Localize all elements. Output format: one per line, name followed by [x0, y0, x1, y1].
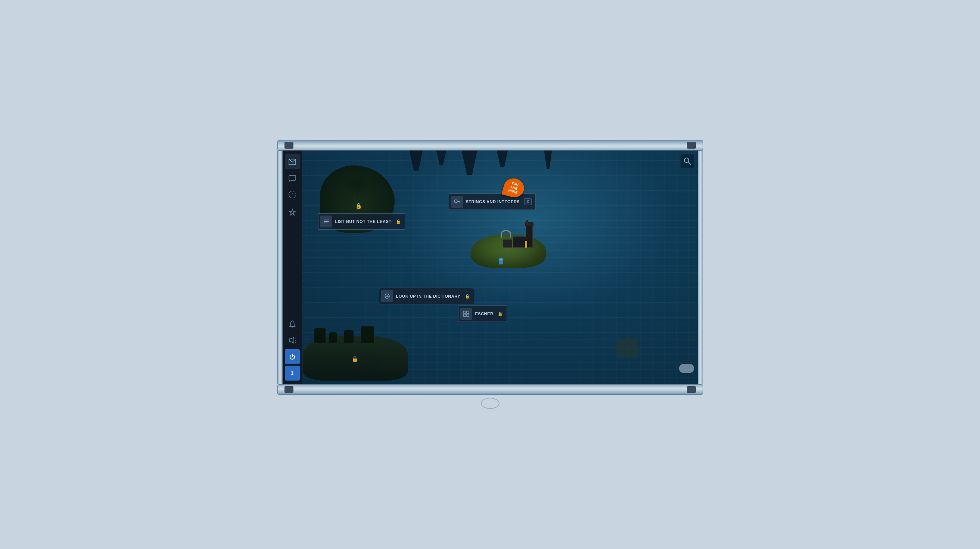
character-head [499, 258, 503, 261]
mail-svg-icon [289, 159, 296, 165]
lock-icon-bottom-center: 🔒 [352, 356, 358, 362]
svg-rect-5 [324, 221, 329, 222]
sidebar-icon-announcements[interactable] [285, 333, 300, 348]
puzzle-svg [614, 336, 644, 362]
map-label-escher[interactable]: ESCHER 🔒 [458, 306, 508, 322]
ruin-column-4 [361, 326, 374, 343]
ruin-column-2 [329, 332, 337, 343]
tower-top [526, 220, 528, 224]
map-label-look-up-dictionary[interactable]: LOOK UP IN THE DICTIONARY 🔒 [379, 288, 474, 304]
sidebar: i [283, 151, 302, 384]
list-icon [320, 215, 332, 228]
stalactite-4 [493, 151, 512, 167]
info-circle: i [289, 191, 296, 198]
satellite-dish [501, 230, 511, 237]
building-stairs [525, 241, 527, 248]
building-block-1 [513, 236, 526, 248]
cloud-bottom-right [679, 364, 694, 373]
svg-rect-4 [324, 220, 329, 220]
stalactite-3 [457, 151, 483, 175]
sidebar-icon-mail[interactable] [285, 154, 300, 169]
screen-content: 🔒 🔒 [283, 151, 698, 384]
sidebar-icon-info[interactable]: i [285, 187, 300, 202]
ocean-background: 🔒 🔒 [283, 151, 698, 384]
strings-count-badge: 0 [524, 198, 531, 205]
character-body [499, 261, 503, 264]
svg-marker-15 [290, 209, 295, 215]
stalactite-2 [433, 151, 450, 165]
ruin-column-3 [344, 330, 353, 343]
strings-icon [451, 196, 463, 208]
projector-stand [481, 398, 500, 409]
sidebar-icon-power[interactable] [285, 349, 300, 364]
svg-marker-18 [290, 337, 294, 343]
svg-rect-12 [467, 311, 469, 313]
sidebar-icon-notifications[interactable] [285, 316, 300, 331]
sidebar-icon-level-one[interactable]: 1 [285, 366, 300, 380]
sidebar-icon-badge[interactable] [285, 205, 300, 220]
list-svg-icon [323, 218, 330, 225]
screen-left-bar [277, 151, 283, 384]
level-number: 1 [291, 370, 294, 376]
key-svg-icon [453, 198, 460, 205]
escher-label-text: ESCHER [475, 312, 493, 316]
badge-svg-icon [288, 208, 296, 216]
screen-wrapper: 🔒 🔒 [277, 151, 703, 384]
building-block-2 [503, 239, 512, 248]
sidebar-icon-chat[interactable] [285, 171, 300, 186]
list-lock-icon: 🔒 [396, 219, 401, 224]
svg-point-8 [387, 295, 388, 297]
megaphone-svg-icon [289, 337, 296, 344]
ruin-column-1 [314, 328, 326, 343]
svg-line-19 [295, 338, 296, 338]
screen-top-bar [277, 140, 703, 151]
svg-rect-11 [464, 311, 466, 313]
escher-lock-icon: 🔒 [498, 312, 503, 316]
dictionary-svg-icon [384, 293, 390, 299]
search-button[interactable] [681, 154, 694, 168]
character-figure [498, 258, 504, 264]
map-label-list-but-not-least[interactable]: LIST BUT NOT THE LEAST 🔒 [318, 213, 406, 230]
svg-rect-6 [324, 223, 328, 223]
map-label-strings-and-integers[interactable]: STRINGS AND INTEGERS 0 [449, 193, 536, 210]
stalactite-5 [542, 151, 555, 169]
stalactite-1 [405, 151, 428, 171]
screen-right-bar [698, 151, 703, 384]
svg-point-22 [684, 158, 689, 162]
projector-frame: 🔒 🔒 [266, 140, 714, 409]
svg-rect-14 [467, 314, 469, 316]
power-svg-icon [289, 353, 296, 360]
dictionary-lock-icon: 🔒 [465, 294, 470, 299]
bell-svg-icon [289, 320, 296, 328]
search-svg-icon [684, 157, 691, 165]
dictionary-icon [381, 290, 393, 302]
escher-svg-icon [463, 310, 470, 317]
svg-line-21 [295, 342, 296, 342]
puzzle-piece [614, 336, 644, 362]
lock-icon-top-left: 🔒 [355, 203, 362, 209]
tree-canopy [344, 175, 370, 196]
chat-svg-icon [289, 175, 296, 181]
svg-line-23 [689, 162, 690, 164]
svg-point-0 [454, 200, 457, 203]
escher-icon [460, 308, 472, 320]
dictionary-label-text: LOOK UP IN THE DICTIONARY [396, 294, 461, 298]
strings-label-text: STRINGS AND INTEGERS [466, 199, 520, 204]
screen-bottom-bar [277, 384, 703, 395]
svg-rect-13 [464, 314, 466, 316]
list-label-text: LIST BUT NOT THE LEAST [335, 219, 391, 224]
